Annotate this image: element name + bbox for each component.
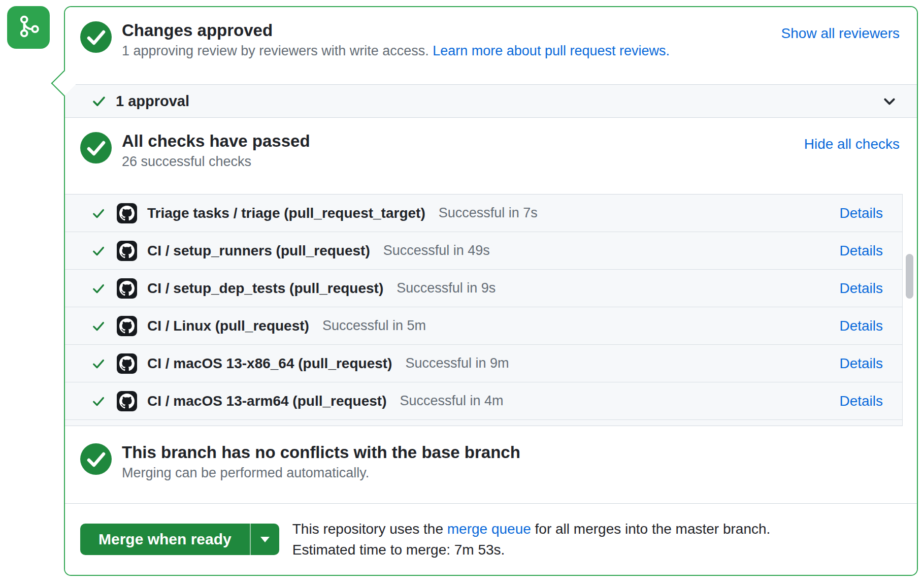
git-merge-tile [7,6,50,49]
check-details-link[interactable]: Details [839,243,883,259]
hide-all-checks-link[interactable]: Hide all checks [804,136,900,152]
show-all-reviewers-link[interactable]: Show all reviewers [781,25,900,42]
check-name: CI / setup_runners (pull_request) [147,243,370,259]
check-status: Successful in 49s [383,243,490,258]
check-details-link[interactable]: Details [839,318,883,334]
merge-options-caret[interactable] [250,524,279,555]
check-status: Successful in 9s [397,280,496,296]
check-icon [91,244,106,258]
merge-estimate-line: Estimated time to merge: 7m 53s. [292,539,771,560]
check-row: Triage tasks / triage (pull_request_targ… [65,194,902,232]
github-actions-avatar [117,278,137,299]
conflicts-title: This branch has no conflicts with the ba… [122,442,520,463]
check-icon [91,206,106,220]
check-details-link[interactable]: Details [839,280,883,297]
check-row: CI / setup_dep_tests (pull_request) Succ… [65,270,902,307]
conflicts-text-block: This branch has no conflicts with the ba… [122,442,520,482]
checks-title: All checks have passed [122,131,310,151]
check-row: CI / macOS 13-x86_64 (pull_request) Succ… [65,345,902,382]
check-name: CI / macOS 13-x86_64 (pull_request) [147,355,392,372]
chevron-down-icon[interactable] [881,93,898,109]
check-status: Successful in 4m [400,393,504,409]
github-actions-avatar [117,353,137,374]
check-status: Successful in 5m [322,318,426,334]
merge-button-label[interactable]: Merge when ready [80,524,250,555]
check-name: CI / setup_dep_tests (pull_request) [147,280,383,297]
review-subtitle: 1 approving review by reviewers with wri… [122,42,670,60]
checks-text-block: All checks have passed 26 successful che… [122,131,310,171]
github-actions-avatar [117,203,137,223]
merge-queue-info: This repository uses the merge queue for… [292,518,771,560]
check-name: Triage tasks / triage (pull_request_targ… [147,205,425,221]
check-details-link[interactable]: Details [839,205,883,221]
checks-scrollbar-thumb[interactable] [906,254,913,299]
github-actions-avatar [117,391,137,411]
check-icon [91,394,106,408]
review-section: Changes approved 1 approving review by r… [65,7,917,84]
learn-more-link[interactable]: Learn more about pull request reviews. [433,43,670,58]
github-actions-avatar [117,316,137,336]
merge-queue-line: This repository uses the merge queue for… [292,518,771,539]
success-check-icon [80,21,112,53]
conflicts-section: This branch has no conflicts with the ba… [65,426,917,503]
caret-down-icon [260,537,270,542]
check-icon [91,93,107,109]
check-row-partial [65,420,902,426]
checks-subtitle: 26 successful checks [122,152,310,171]
check-details-link[interactable]: Details [839,393,883,409]
check-row: CI / setup_runners (pull_request) Succes… [65,232,902,270]
check-row: CI / macOS 13-arm64 (pull_request) Succe… [65,382,902,420]
merge-queue-link[interactable]: merge queue [447,521,531,537]
check-icon [91,281,106,296]
check-name: CI / Linux (pull_request) [147,318,309,334]
check-icon [91,356,106,371]
check-row: CI / Linux (pull_request) Successful in … [65,307,902,345]
check-status: Successful in 7s [439,205,538,221]
success-check-icon [80,443,112,475]
merge-box: Changes approved 1 approving review by r… [64,6,918,576]
approval-label: 1 approval [116,93,189,110]
success-check-icon [80,132,112,164]
review-title: Changes approved [122,20,670,41]
review-text-block: Changes approved 1 approving review by r… [122,20,670,60]
merge-when-ready-button[interactable]: Merge when ready [80,524,279,555]
check-name: CI / macOS 13-arm64 (pull_request) [147,393,387,409]
checks-list: Triage tasks / triage (pull_request_targ… [65,194,903,426]
merge-footer: Merge when ready This repository uses th… [65,503,917,575]
check-status: Successful in 9m [405,355,509,371]
github-actions-avatar [117,241,137,261]
checks-header-section: All checks have passed 26 successful che… [65,118,917,194]
git-merge-icon [16,14,41,41]
conflicts-subtitle: Merging can be performed automatically. [122,464,520,482]
check-details-link[interactable]: Details [839,355,883,372]
check-icon [91,319,106,333]
approval-row[interactable]: 1 approval [65,84,917,118]
